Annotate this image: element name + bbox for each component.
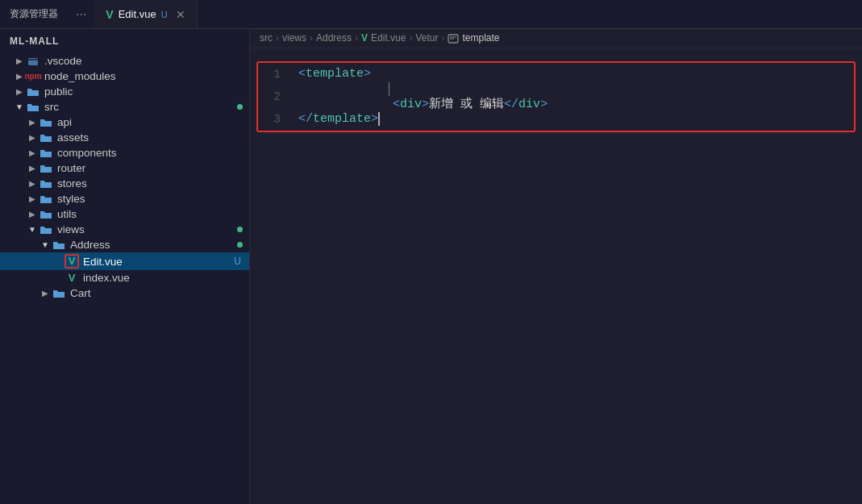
sidebar-item-public[interactable]: ▶ public (0, 84, 249, 99)
bc-vue-icon: V (361, 32, 368, 44)
sidebar-item-label-address: Address (70, 239, 237, 251)
sidebar-item-src[interactable]: ▼ src (0, 99, 249, 115)
sidebar-item-address[interactable]: ▼ Address (0, 237, 249, 252)
bc-sep5: › (441, 32, 444, 44)
text-cursor (378, 112, 380, 126)
chevron-right-icon-utils: ▶ (26, 210, 39, 219)
folder-icon-src (26, 102, 40, 113)
modified-dot-src (237, 104, 243, 110)
folder-icon-assets (39, 132, 53, 144)
folder-icon-utils (39, 209, 53, 220)
code-pipe: │ (385, 82, 393, 96)
chevron-right-icon-api: ▶ (26, 118, 39, 127)
folder-icon-address (52, 240, 66, 251)
vue-tab-icon: V (106, 8, 113, 21)
code-token-div-open: <div> (385, 98, 429, 111)
bc-vetur: Vetur (415, 32, 438, 44)
sidebar-item-label-assets: assets (57, 131, 249, 144)
bc-sep2: › (310, 32, 313, 44)
sidebar-item-label-components: components (57, 147, 249, 159)
bc-address: Address (316, 32, 352, 44)
bc-sep4: › (409, 32, 412, 44)
code-token-text: 新增 或 编辑 (429, 98, 504, 111)
explorer-dots[interactable]: ··· (68, 7, 94, 22)
chevron-right-icon: ▶ (13, 56, 26, 65)
bc-sep1: › (276, 32, 279, 44)
main-area: ML-MALL ▶ .vscode ▶ npm node_modules ▶ (0, 29, 862, 504)
code-token-tmpl-close: </template> (298, 112, 378, 126)
vue-file-icon-index: V (65, 272, 79, 284)
chevron-down-icon-views: ▼ (26, 225, 39, 234)
sidebar-item-assets[interactable]: ▶ assets (0, 130, 249, 145)
npm-icon: npm (26, 72, 40, 81)
folder-icon-public (26, 86, 40, 98)
chevron-right-icon-router: ▶ (26, 164, 39, 173)
chevron-down-icon-address: ▼ (39, 240, 52, 249)
sidebar-item-stores[interactable]: ▶ stores (0, 176, 249, 191)
sidebar-header: ML-MALL (0, 29, 249, 53)
code-highlighted-block: 1 <template> 2 │ <div>新增 或 编辑</div> 3 </… (256, 61, 856, 132)
sidebar-item-components[interactable]: ▶ components (0, 145, 249, 160)
chevron-down-icon-src: ▼ (13, 102, 26, 111)
folder-icon-styles (39, 194, 53, 205)
sidebar-item-label-views: views (57, 223, 237, 235)
breadcrumb: src › views › Address › V Edit.vue › Vet… (250, 29, 862, 48)
sidebar-item-label-cart: Cart (70, 287, 249, 299)
sidebar-item-edit-vue[interactable]: ▶ V Edit.vue U (0, 252, 249, 270)
explorer-label: 资源管理器 (0, 7, 68, 21)
folder-icon-comp (39, 148, 53, 159)
line-number-1: 1 (258, 68, 292, 81)
sidebar-item-label-utils: utils (57, 208, 249, 220)
bc-sep3: › (355, 32, 358, 44)
sidebar-item-label-styles: styles (57, 193, 249, 205)
sidebar-item-index-vue[interactable]: ▶ V index.vue (0, 270, 249, 285)
chevron-right-icon-comp: ▶ (26, 148, 39, 157)
folder-icon-stores (39, 178, 53, 190)
sidebar-item-router[interactable]: ▶ router (0, 160, 249, 176)
chevron-right-icon-stores: ▶ (26, 179, 39, 188)
line-content-3[interactable]: </template> (292, 112, 380, 126)
sidebar-item-label-src: src (44, 101, 237, 113)
sidebar-item-label-router: router (57, 162, 249, 174)
chevron-right-icon-styles: ▶ (26, 194, 39, 203)
bc-template-label: template (462, 32, 499, 44)
bc-views: views (282, 32, 306, 44)
folder-icon-cart (52, 288, 66, 299)
title-bar: 资源管理器 ··· V Edit.vue U ✕ (0, 0, 862, 29)
line-number-2: 2 (258, 90, 292, 103)
bc-src: src (260, 32, 273, 44)
sidebar-item-utils[interactable]: ▶ utils (0, 206, 249, 222)
sidebar-item-node-modules[interactable]: ▶ npm node_modules (0, 69, 249, 84)
vue-file-icon-edit: V (65, 254, 79, 269)
bc-template-icon (448, 32, 459, 44)
sidebar-item-label-nm: node_modules (44, 70, 249, 82)
sidebar-item-cart[interactable]: ▶ Cart (0, 285, 249, 301)
sidebar-item-label-api: api (57, 116, 249, 128)
tab-filename: Edit.vue (119, 8, 156, 20)
modified-dot-views (237, 227, 243, 232)
folder-icon-router (39, 163, 53, 174)
sidebar-item-label-stores: stores (57, 177, 249, 190)
folder-icon-api (39, 117, 53, 128)
sidebar-item-api[interactable]: ▶ api (0, 115, 249, 130)
tab-close-button[interactable]: ✕ (176, 8, 185, 21)
editor-area: src › views › Address › V Edit.vue › Vet… (250, 29, 862, 504)
folder-icon-views (39, 224, 53, 235)
code-token-div-close: </div> (504, 98, 548, 111)
chevron-right-icon-pub: ▶ (13, 87, 26, 96)
line-number-3: 3 (258, 113, 292, 126)
sidebar-item-label-vscode: .vscode (44, 55, 249, 67)
sidebar-item-styles[interactable]: ▶ styles (0, 191, 249, 206)
chevron-right-icon-assets: ▶ (26, 133, 39, 142)
code-container: 1 <template> 2 │ <div>新增 或 编辑</div> 3 </… (250, 48, 862, 504)
sidebar-item-label-index-vue: index.vue (83, 272, 249, 284)
tab-bar: V Edit.vue U ✕ (94, 0, 862, 28)
sidebar-item-label-public: public (44, 85, 249, 98)
sidebar-item-label-edit-vue: Edit.vue (83, 256, 234, 268)
bc-edit-vue: Edit.vue (371, 32, 406, 44)
sidebar-item-vscode[interactable]: ▶ .vscode (0, 53, 249, 69)
tab-edit-vue[interactable]: V Edit.vue U ✕ (94, 0, 197, 28)
sidebar-item-views[interactable]: ▼ views (0, 222, 249, 237)
vscode-folder-icon (26, 56, 40, 67)
sidebar-project-name: ML-MALL (10, 35, 59, 47)
